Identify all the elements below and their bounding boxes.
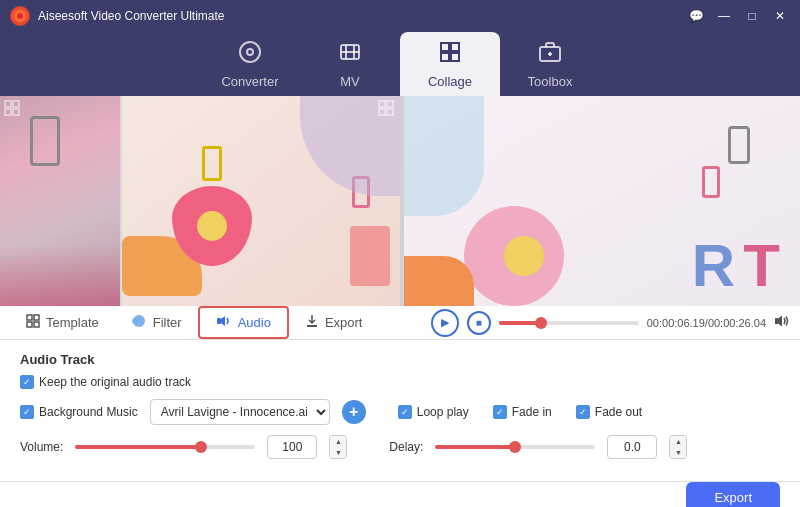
window-controls: 💬 — □ ✕ bbox=[686, 6, 790, 26]
footer: Export bbox=[0, 481, 800, 507]
keep-original-label: Keep the original audio track bbox=[39, 375, 191, 389]
app-title: Aiseesoft Video Converter Ultimate bbox=[38, 9, 686, 23]
sub-tab-filter[interactable]: Filter bbox=[115, 308, 198, 337]
delay-label: Delay: bbox=[389, 440, 423, 454]
bg-music-dropdown[interactable]: Avril Lavigne - Innocence.aifc bbox=[150, 399, 330, 425]
main-content: T R Template bbox=[0, 96, 800, 507]
delay-slider-thumb bbox=[509, 441, 521, 453]
toolbox-icon bbox=[538, 40, 562, 70]
fade-out-checkbox-item[interactable]: ✓ Fade out bbox=[576, 405, 642, 419]
loop-play-checkbox[interactable]: ✓ bbox=[398, 405, 412, 419]
svg-rect-24 bbox=[34, 315, 39, 320]
progress-fill bbox=[499, 321, 541, 325]
tab-mv-label: MV bbox=[340, 74, 360, 89]
close-icon[interactable]: ✕ bbox=[770, 6, 790, 26]
play-button[interactable]: ▶ bbox=[431, 309, 459, 337]
add-music-button[interactable]: + bbox=[342, 400, 366, 424]
sub-tab-filter-label: Filter bbox=[153, 315, 182, 330]
delay-value[interactable]: 0.0 bbox=[607, 435, 657, 459]
delay-slider-track[interactable] bbox=[435, 445, 595, 449]
volume-value[interactable]: 100 bbox=[267, 435, 317, 459]
audio-icon bbox=[216, 314, 232, 331]
sub-tab-template[interactable]: Template bbox=[10, 308, 115, 337]
bg-music-checkbox-item[interactable]: ✓ Background Music bbox=[20, 405, 138, 419]
delay-up-btn[interactable]: ▲ bbox=[670, 436, 686, 447]
fade-in-checkbox-item[interactable]: ✓ Fade in bbox=[493, 405, 552, 419]
svg-rect-22 bbox=[387, 109, 393, 115]
bg-music-label: Background Music bbox=[39, 405, 138, 419]
tab-collage[interactable]: Collage bbox=[400, 32, 500, 96]
collage-panel-main bbox=[122, 96, 400, 306]
time-label: 00:00:06.19/00:00:26.04 bbox=[647, 317, 766, 329]
bg-music-checkbox[interactable]: ✓ bbox=[20, 405, 34, 419]
keep-original-checkbox-item[interactable]: ✓ Keep the original audio track bbox=[20, 375, 191, 389]
keep-original-checkbox[interactable]: ✓ bbox=[20, 375, 34, 389]
svg-rect-16 bbox=[13, 101, 19, 107]
volume-slider-track[interactable] bbox=[75, 445, 255, 449]
loop-play-label: Loop play bbox=[417, 405, 469, 419]
fade-in-label: Fade in bbox=[512, 405, 552, 419]
tab-toolbox[interactable]: Toolbox bbox=[500, 32, 600, 96]
volume-slider-thumb bbox=[195, 441, 207, 453]
export-icon bbox=[305, 314, 319, 331]
volume-slider-fill bbox=[75, 445, 201, 449]
svg-point-3 bbox=[247, 49, 253, 55]
maximize-icon[interactable]: □ bbox=[742, 6, 762, 26]
svg-rect-30 bbox=[775, 318, 778, 324]
svg-rect-26 bbox=[34, 322, 39, 327]
fade-out-checkbox[interactable]: ✓ bbox=[576, 405, 590, 419]
delay-slider-fill bbox=[435, 445, 515, 449]
tab-converter[interactable]: Converter bbox=[200, 32, 300, 96]
fade-in-checkbox[interactable]: ✓ bbox=[493, 405, 507, 419]
svg-rect-10 bbox=[441, 53, 449, 61]
stop-button[interactable]: ■ bbox=[467, 311, 491, 335]
sub-tab-audio-label: Audio bbox=[238, 315, 271, 330]
sub-tab-audio[interactable]: Audio bbox=[198, 306, 289, 339]
tab-mv[interactable]: MV bbox=[300, 32, 400, 96]
background-music-row: ✓ Background Music Avril Lavigne - Innoc… bbox=[20, 399, 780, 425]
svg-rect-21 bbox=[379, 109, 385, 115]
playback-progress[interactable] bbox=[499, 321, 639, 325]
app-logo bbox=[10, 6, 30, 26]
collage-panel-left bbox=[0, 96, 120, 306]
titlebar: Aiseesoft Video Converter Ultimate 💬 — □… bbox=[0, 0, 800, 32]
sub-tab-export[interactable]: Export bbox=[289, 308, 379, 337]
svg-rect-11 bbox=[451, 53, 459, 61]
svg-rect-25 bbox=[27, 322, 32, 327]
sub-tab-export-label: Export bbox=[325, 315, 363, 330]
volume-down-btn[interactable]: ▼ bbox=[330, 447, 346, 458]
converter-icon bbox=[238, 40, 262, 70]
volume-label: Volume: bbox=[20, 440, 63, 454]
loop-play-checkbox-item[interactable]: ✓ Loop play bbox=[398, 405, 469, 419]
svg-rect-23 bbox=[27, 315, 32, 320]
svg-point-2 bbox=[240, 42, 260, 62]
volume-up-btn[interactable]: ▲ bbox=[330, 436, 346, 447]
delay-down-btn[interactable]: ▼ bbox=[670, 447, 686, 458]
svg-rect-20 bbox=[387, 101, 393, 107]
progress-thumb bbox=[535, 317, 547, 329]
tab-converter-label: Converter bbox=[221, 74, 278, 89]
volume-icon[interactable] bbox=[774, 314, 790, 331]
svg-rect-19 bbox=[379, 101, 385, 107]
sub-tabs: Template Filter Audio bbox=[0, 306, 800, 340]
volume-delay-row: Volume: 100 ▲ ▼ Delay: 0.0 ▲ ▼ bbox=[20, 435, 780, 459]
svg-point-28 bbox=[132, 318, 138, 324]
minimize-icon[interactable]: — bbox=[714, 6, 734, 26]
preview-area: T R bbox=[0, 96, 800, 306]
template-icon bbox=[26, 314, 40, 331]
svg-point-1 bbox=[17, 13, 23, 19]
chat-icon[interactable]: 💬 bbox=[686, 6, 706, 26]
tab-toolbox-label: Toolbox bbox=[528, 74, 573, 89]
volume-stepper[interactable]: ▲ ▼ bbox=[329, 435, 347, 459]
delay-stepper[interactable]: ▲ ▼ bbox=[669, 435, 687, 459]
export-button[interactable]: Export bbox=[686, 482, 780, 507]
playback-controls: ▶ ■ 00:00:06.19/00:00:26.04 bbox=[431, 309, 790, 337]
tab-collage-label: Collage bbox=[428, 74, 472, 89]
audio-track-title: Audio Track bbox=[20, 352, 780, 367]
svg-rect-9 bbox=[451, 43, 459, 51]
collage-right-panel: T R bbox=[404, 96, 800, 306]
mv-icon bbox=[338, 40, 362, 70]
svg-rect-17 bbox=[5, 109, 11, 115]
collage-left-panel bbox=[0, 96, 400, 306]
svg-rect-15 bbox=[5, 101, 11, 107]
